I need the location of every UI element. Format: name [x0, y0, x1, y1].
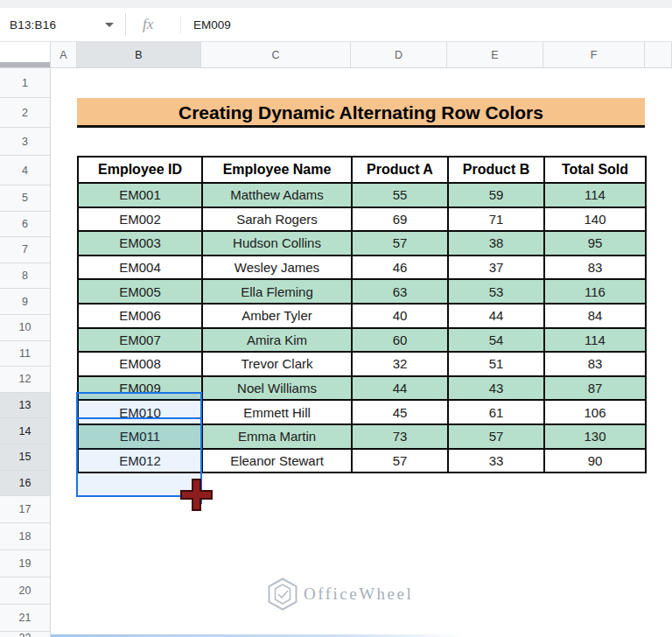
formula-input[interactable]: EM009 [193, 18, 672, 32]
table-cell[interactable]: EM012 [78, 449, 202, 473]
table-cell[interactable]: 51 [448, 352, 544, 376]
table-cell[interactable]: 53 [448, 279, 544, 304]
table-cell[interactable]: Ella Fleming [202, 279, 352, 304]
title-banner[interactable]: Creating Dynamic Alternating Row Colors [77, 98, 645, 128]
table-header-cell[interactable]: Employee ID [78, 157, 202, 183]
table-cell[interactable]: EM004 [78, 256, 202, 280]
name-box[interactable]: B13:B16 [0, 8, 122, 41]
table-cell[interactable]: 43 [448, 376, 544, 401]
table-cell[interactable]: EM003 [78, 231, 202, 256]
table-cell[interactable]: 71 [448, 207, 544, 232]
row-header-10[interactable]: 10 [0, 315, 50, 341]
table-cell[interactable]: Amber Tyler [202, 304, 352, 328]
row-header-20[interactable]: 20 [0, 578, 50, 605]
table-cell[interactable]: 55 [352, 183, 448, 207]
row-header-12[interactable]: 12 [0, 367, 50, 393]
table-cell[interactable]: 44 [352, 376, 448, 401]
table-cell[interactable]: EM008 [78, 352, 202, 376]
row-header-4[interactable]: 4 [0, 156, 50, 186]
column-header-partial[interactable] [645, 42, 672, 68]
row-header-16[interactable]: 16 [0, 471, 50, 497]
table-cell[interactable]: 116 [544, 279, 646, 304]
row-header-19[interactable]: 19 [0, 550, 50, 578]
row-header-8[interactable]: 8 [0, 263, 50, 290]
table-cell[interactable]: 57 [352, 231, 448, 256]
table-cell[interactable]: 140 [544, 207, 646, 232]
table-cell[interactable]: 57 [448, 424, 544, 449]
table-cell[interactable]: 95 [544, 231, 646, 256]
table-header-cell[interactable]: Product B [448, 157, 544, 183]
table-cell[interactable]: EM002 [78, 207, 202, 232]
table-cell[interactable]: 83 [544, 256, 646, 280]
table-cell[interactable]: 83 [544, 352, 646, 376]
table-cell[interactable]: 44 [448, 304, 544, 328]
table-cell[interactable]: EM006 [78, 304, 202, 328]
table-cell[interactable]: EM009 [78, 376, 202, 401]
table-header-cell[interactable]: Total Sold [544, 157, 646, 183]
row-header-7[interactable]: 7 [0, 237, 50, 263]
column-header-A[interactable]: A [51, 42, 77, 68]
table-cell[interactable]: 33 [448, 449, 544, 473]
table-cell[interactable]: 46 [352, 256, 448, 280]
row-header-3[interactable]: 3 [0, 128, 50, 156]
row-header-1[interactable]: 1 [0, 68, 50, 98]
table-cell[interactable]: Wesley James [202, 256, 352, 280]
table-cell[interactable]: Hudson Collins [202, 231, 352, 256]
table-cell[interactable]: 84 [544, 304, 646, 328]
table-cell[interactable]: 106 [544, 400, 646, 424]
row-header-22[interactable]: 22 [0, 632, 50, 637]
table-cell[interactable]: 114 [544, 183, 646, 207]
table-cell[interactable]: EM011 [78, 424, 202, 449]
table-cell[interactable]: Emmett Hill [202, 400, 352, 424]
table-cell[interactable]: 60 [352, 328, 448, 353]
table-cell[interactable]: 54 [448, 328, 544, 353]
table-cell[interactable]: 40 [352, 304, 448, 328]
table-cell[interactable]: 37 [448, 256, 544, 280]
table-cell[interactable]: Noel Williams [202, 376, 352, 401]
table-cell[interactable]: 57 [352, 449, 448, 473]
table-cell[interactable]: Eleanor Stewart [202, 449, 352, 473]
table-cell[interactable]: EM010 [78, 400, 202, 424]
table-cell[interactable]: 61 [448, 400, 544, 424]
table-header-cell[interactable]: Employee Name [202, 157, 352, 183]
table-cell[interactable]: 45 [352, 400, 448, 424]
table-cell[interactable]: 38 [448, 231, 544, 256]
row-header-14[interactable]: 14 [0, 418, 50, 444]
select-all-corner[interactable] [0, 42, 51, 68]
table-cell[interactable]: 73 [352, 424, 448, 449]
row-header-13[interactable]: 13 [0, 393, 50, 419]
column-header-E[interactable]: E [447, 42, 543, 68]
row-header-15[interactable]: 15 [0, 444, 50, 471]
table-cell[interactable]: EM005 [78, 279, 202, 304]
table-cell[interactable]: 63 [352, 279, 448, 304]
fill-handle[interactable] [193, 495, 202, 504]
row-header-2[interactable]: 2 [0, 98, 50, 128]
row-header-9[interactable]: 9 [0, 289, 50, 315]
table-cell[interactable]: Sarah Rogers [202, 207, 352, 232]
table-cell[interactable]: Emma Martin [202, 424, 352, 449]
table-cell[interactable]: Amira Kim [202, 328, 352, 353]
row-header-5[interactable]: 5 [0, 186, 50, 212]
table-cell[interactable]: 59 [448, 183, 544, 207]
table-cell[interactable]: 114 [544, 328, 646, 353]
table-cell[interactable]: 130 [544, 424, 646, 449]
row-header-11[interactable]: 11 [0, 341, 50, 368]
column-header-F[interactable]: F [543, 42, 645, 68]
column-header-B[interactable]: B [77, 42, 201, 68]
table-cell[interactable]: 87 [544, 376, 646, 401]
table-cell[interactable]: EM001 [78, 183, 202, 207]
column-header-D[interactable]: D [351, 42, 447, 68]
row-header-18[interactable]: 18 [0, 523, 50, 550]
table-cell[interactable]: Trevor Clark [202, 352, 352, 376]
table-header-cell[interactable]: Product A [352, 157, 448, 183]
column-header-C[interactable]: C [201, 42, 351, 68]
table-cell[interactable]: 90 [544, 449, 646, 473]
table-cell[interactable]: 69 [352, 207, 448, 232]
table-cell[interactable]: EM007 [78, 328, 202, 353]
row-header-21[interactable]: 21 [0, 605, 50, 632]
row-header-17[interactable]: 17 [0, 496, 50, 523]
chevron-down-icon[interactable] [105, 23, 114, 27]
table-cell[interactable]: Matthew Adams [202, 183, 352, 207]
row-header-6[interactable]: 6 [0, 212, 50, 238]
table-cell[interactable]: 32 [352, 352, 448, 376]
